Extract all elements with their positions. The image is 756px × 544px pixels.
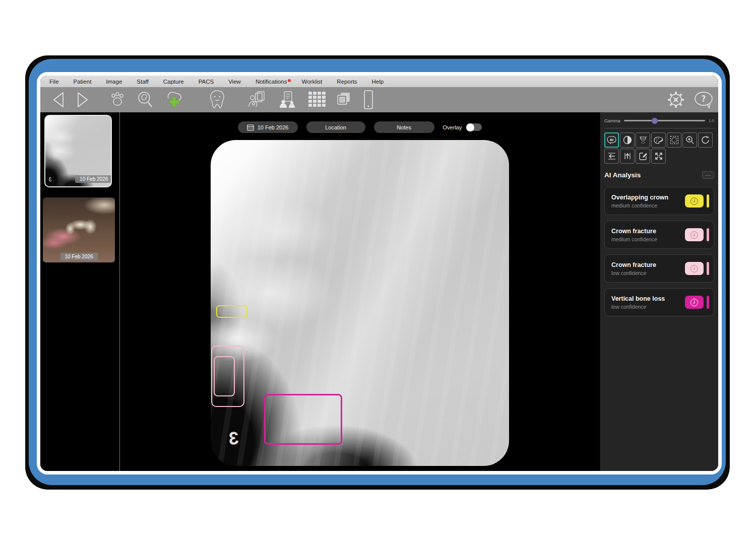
menu-item-help[interactable]: Help [367, 79, 394, 85]
xray-film[interactable]: 3 [211, 140, 509, 466]
finding-text: Vertical bone loss low confidence [611, 295, 682, 310]
staff-records-icon[interactable] [247, 90, 267, 109]
color-palette-tool-button[interactable] [651, 132, 666, 148]
viewer-controls: 10 Feb 2026 Location Notes Overlay [120, 121, 600, 133]
tool-button-grid: AI [604, 132, 715, 164]
menu-item-staff[interactable]: Staff [133, 79, 159, 85]
xray-intensity-tool-button[interactable] [636, 132, 650, 148]
menu-bar: File Patient Image Staff Capture PACS Vi… [40, 76, 718, 87]
film-marker: 3 [228, 428, 239, 449]
gamma-slider-row: Gamma 1.0 [604, 117, 714, 124]
finding-title: Crown fracture [611, 228, 682, 235]
paw-icon[interactable] [109, 91, 126, 108]
layout-grid-icon[interactable] [307, 91, 328, 109]
svg-text:AI: AI [610, 138, 613, 142]
contrast-tool-button[interactable] [620, 132, 635, 148]
zoom-in-tool-button[interactable] [682, 132, 697, 148]
search-patient-icon[interactable] [136, 90, 154, 109]
tooth-icon[interactable] [207, 89, 227, 110]
mobile-device-icon[interactable] [362, 90, 374, 110]
finding-color-bar[interactable] [707, 228, 709, 241]
finding-confidence: medium confidence [611, 202, 682, 209]
info-icon: i [690, 231, 698, 239]
rotate-tool-button[interactable] [698, 132, 713, 148]
finding-card[interactable]: Overlapping crown medium confidence i [604, 187, 714, 215]
fullscreen-tool-button[interactable] [651, 149, 666, 164]
finding-text: Crown fracture medium confidence [611, 228, 682, 242]
menu-item-pacs[interactable]: PACS [195, 79, 224, 85]
gamma-slider-knob[interactable] [652, 117, 658, 124]
notes-button-label: Notes [397, 124, 411, 130]
finding-card[interactable]: Vertical bone loss low confidence i [604, 288, 714, 316]
edit-annotation-tool-button[interactable] [636, 149, 650, 164]
thumbnail-strip: 3 10 Feb 2026 10 Feb 2026 [40, 112, 120, 471]
menu-item-capture[interactable]: Capture [159, 79, 195, 85]
finding-info-badge[interactable]: i [685, 262, 704, 275]
finding-title: Vertical bone loss [611, 295, 682, 302]
findings-list: Overlapping crown medium confidence i Cr… [604, 187, 714, 316]
ai-analysis-title: AI Analysis [604, 171, 641, 179]
panel-divider [604, 128, 714, 128]
location-button[interactable]: Location [306, 121, 365, 133]
calendar-icon [247, 124, 254, 131]
ai-brain-tool-button[interactable]: AI [604, 132, 619, 148]
ai-annotation-box[interactable] [216, 305, 247, 318]
finding-title: Overlapping crown [611, 194, 682, 201]
right-panel: Gamma 1.0 AI [600, 112, 718, 471]
thumbnail-xray[interactable]: 3 10 Feb 2026 [44, 115, 112, 187]
forward-icon[interactable] [75, 91, 90, 109]
worklist-people-icon[interactable] [278, 90, 297, 109]
date-button[interactable]: 10 Feb 2026 [238, 121, 298, 133]
export-up-tool-button[interactable] [620, 149, 635, 164]
menu-item-patient[interactable]: Patient [70, 79, 102, 85]
notes-button[interactable]: Notes [374, 121, 434, 133]
thumbnail-photo[interactable]: 10 Feb 2026 [43, 197, 115, 262]
xray-texture [211, 140, 509, 466]
device-frame: File Patient Image Staff Capture PACS Vi… [29, 59, 726, 485]
overlay-toggle[interactable] [466, 123, 482, 131]
overlay-toggle-knob[interactable] [466, 123, 474, 131]
overlay-control: Overlay [443, 123, 482, 131]
info-icon: i [690, 299, 698, 306]
gamma-slider-track[interactable] [624, 120, 705, 121]
image-viewer: 10 Feb 2026 Location Notes Overlay 3 [120, 112, 600, 471]
gamma-label: Gamma [604, 118, 620, 123]
finding-confidence: low confidence [611, 270, 682, 276]
finding-color-bar[interactable] [707, 194, 709, 208]
main-toolbar: ? [40, 87, 718, 112]
location-button-label: Location [325, 124, 346, 130]
back-icon[interactable] [51, 91, 66, 109]
collapse-left-tool-button[interactable] [604, 149, 619, 164]
finding-info-badge[interactable]: i [685, 296, 704, 309]
content-area: 3 10 Feb 2026 10 Feb 2026 10 Feb 2026 [40, 112, 718, 471]
finding-color-bar[interactable] [707, 296, 709, 309]
finding-color-bar[interactable] [707, 262, 709, 275]
info-icon: i [690, 265, 698, 273]
menu-item-worklist[interactable]: Worklist [298, 79, 333, 85]
info-icon: i [690, 197, 698, 205]
finding-info-badge[interactable]: i [685, 228, 704, 241]
finding-card[interactable]: Crown fracture low confidence i [604, 254, 714, 283]
finding-info-badge[interactable]: i [685, 194, 704, 208]
pattern-filter-tool-button[interactable] [667, 132, 681, 148]
thumbnail-date-badge: 10 Feb 2026 [60, 253, 97, 260]
finding-card[interactable]: Crown fracture medium confidence i [604, 221, 714, 249]
menu-item-image[interactable]: Image [102, 79, 133, 85]
compare-images-icon[interactable] [335, 92, 353, 108]
settings-gear-icon[interactable] [666, 90, 686, 110]
overlay-label: Overlay [443, 124, 462, 130]
ai-analysis-menu-button[interactable]: ... [702, 171, 714, 179]
help-bubble-icon[interactable]: ? [693, 90, 714, 109]
ai-annotation-box[interactable] [214, 356, 235, 396]
finding-confidence: low confidence [611, 304, 682, 310]
menu-item-view[interactable]: View [224, 79, 251, 85]
menu-item-reports[interactable]: Reports [333, 79, 367, 85]
add-patient-icon[interactable] [163, 90, 184, 109]
finding-text: Crown fracture low confidence [611, 261, 682, 276]
ai-annotation-box[interactable] [264, 394, 342, 445]
notification-dot [288, 79, 291, 82]
menu-item-notifications[interactable]: Notifications [251, 79, 298, 85]
film-marker-thumb: 3 [49, 177, 52, 182]
date-button-label: 10 Feb 2026 [258, 124, 289, 130]
menu-item-file[interactable]: File [45, 79, 70, 85]
